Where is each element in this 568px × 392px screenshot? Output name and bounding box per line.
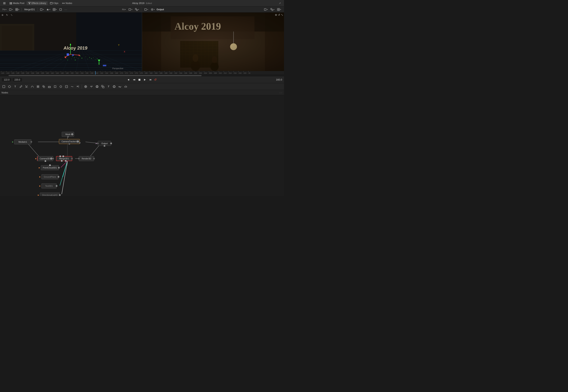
node-render3d[interactable]: Render3D (79, 156, 94, 161)
node-directionallight1[interactable]: ▶ DirectionalLight1 (40, 193, 60, 196)
tool-poly[interactable] (7, 84, 12, 89)
more-btn[interactable]: ··· (63, 8, 68, 11)
svg-rect-18 (40, 9, 42, 11)
tool-text[interactable]: T (13, 84, 18, 89)
tool-select[interactable] (1, 84, 6, 89)
svg-point-61 (68, 56, 69, 56)
second-toolbar: 7% ▾ ▾ ▾ Merge3D1 ▾ ▾ (0, 6, 284, 13)
icon-btn-4[interactable] (58, 8, 63, 11)
node-groundplane[interactable]: ▶ GroundPlane (42, 174, 58, 179)
svg-marker-234 (150, 79, 151, 81)
view-icon-btn2[interactable]: ▾ (134, 8, 140, 11)
svg-marker-237 (8, 85, 11, 88)
icon-btn-1[interactable]: ▾ (39, 8, 45, 11)
tool-particle[interactable] (24, 84, 29, 89)
right-toolbar: ▾ ▾ Output ▾ ▾ ▾ (141, 6, 284, 12)
svg-rect-59 (2, 26, 32, 51)
tool-composite[interactable] (100, 84, 105, 89)
scrollbar-thumb[interactable] (9, 75, 202, 76)
svg-text:134: 134 (31, 72, 34, 74)
svg-point-240 (26, 86, 27, 87)
tool-paint[interactable] (35, 84, 41, 89)
node-text3d1[interactable]: ▶ Text3D1 (42, 183, 57, 188)
tool-eraser[interactable] (47, 84, 52, 89)
svg-text:122: 122 (1, 72, 4, 74)
play-btn[interactable] (142, 77, 147, 82)
tool-stabilize[interactable] (89, 84, 94, 89)
svg-point-68 (74, 57, 75, 58)
tool-text3d[interactable]: T (106, 84, 111, 89)
right-view3[interactable]: ▾ (276, 8, 282, 11)
right-viewer-crosshair[interactable]: ⊕ (275, 13, 277, 16)
svg-rect-248 (54, 86, 56, 87)
tool-tracker[interactable] (83, 84, 88, 89)
icon-btn-3[interactable]: ▾ (52, 8, 58, 11)
expand-icon[interactable]: ↗ (277, 1, 283, 5)
tool-cloud[interactable] (123, 84, 128, 89)
tool-transform[interactable] (58, 84, 63, 89)
right-viewer-reset[interactable]: ↺ (278, 13, 280, 16)
tool-fog[interactable] (117, 84, 123, 89)
svg-point-241 (27, 87, 28, 87)
node-merge3d1[interactable]: Merge3D1 (56, 156, 72, 161)
tool-3d-obj[interactable] (94, 84, 100, 89)
stop-btn[interactable] (137, 77, 142, 82)
node-pointcloud3d1[interactable]: ▶ PointCloud3D1 (41, 165, 59, 170)
ruler-marks-container: 122 124 126 128 130 132 134 136 138 140 … (0, 71, 284, 75)
svg-text:210: 210 (219, 72, 222, 74)
loop-btn[interactable]: ↺ (153, 77, 158, 82)
clips-btn[interactable]: Clips (48, 1, 60, 5)
timeline-scrollbar (0, 75, 284, 76)
svg-text:138: 138 (41, 72, 44, 74)
zoom-display[interactable]: 7% ▾ (1, 8, 7, 11)
svg-rect-31 (272, 10, 273, 11)
tool-clone[interactable] (41, 84, 46, 89)
workspace-menu-btn[interactable] (1, 1, 7, 5)
right-icon2[interactable]: ▾ (150, 8, 156, 11)
node-output[interactable]: ▶ Output (98, 141, 111, 146)
tool-sphere[interactable] (112, 84, 117, 89)
node-mask[interactable]: Mask (62, 132, 74, 137)
go-start-btn[interactable] (127, 77, 131, 82)
node-cameratracker1[interactable]: CameraTracker1 (59, 139, 80, 144)
svg-text:218: 218 (239, 72, 241, 74)
icon-btn-2[interactable]: ▾ (45, 8, 51, 11)
left-viewer-expand-btn[interactable]: ⤡ (10, 13, 13, 17)
svg-point-79 (93, 57, 93, 58)
node-mediain1[interactable]: ▶ MediaIn1 (14, 140, 31, 144)
step-back-btn[interactable] (132, 77, 136, 82)
effects-library-btn[interactable]: Effects Library (27, 1, 47, 5)
nodes-more-btn[interactable]: ··· (279, 91, 283, 94)
fit-btn[interactable]: Fit ▾ (121, 8, 127, 11)
svg-point-268 (113, 86, 115, 87)
go-end-btn[interactable] (148, 77, 152, 82)
view-icon-btn[interactable]: ▾ (128, 8, 133, 11)
tool-pencil[interactable] (18, 84, 24, 89)
nodes-menu-btn[interactable]: Nodes (61, 1, 74, 5)
view-mode-btn[interactable]: ▾ (8, 8, 14, 11)
nodes-header: Nodes ··· (0, 90, 284, 95)
tool-spline[interactable] (30, 84, 35, 89)
right-viewer-expand[interactable]: ⤡ (281, 13, 283, 16)
svg-text:192: 192 (174, 72, 177, 74)
tool-mask[interactable] (64, 84, 69, 89)
left-viewer-orbit-btn[interactable]: ↻ (5, 13, 9, 17)
right-icon1[interactable]: ▾ (143, 8, 149, 11)
media-pool-btn[interactable]: Media Pool (8, 1, 26, 5)
svg-point-249 (60, 86, 62, 87)
svg-text:Alcoy 2019: Alcoy 2019 (63, 45, 87, 51)
svg-text:152: 152 (76, 72, 78, 74)
tool-warp2[interactable] (75, 84, 81, 89)
tool-crop[interactable] (52, 84, 58, 89)
toolbar-divider-1 (21, 8, 22, 11)
tool-warp[interactable] (70, 84, 75, 89)
right-view2[interactable]: ▾ (270, 8, 275, 11)
left-viewer-reset-btn[interactable]: ⊕ (1, 13, 4, 17)
svg-rect-0 (3, 2, 5, 3)
playback-controls: 122.0 220.0 ↺ 160.0 (0, 76, 284, 83)
view-mode2-btn[interactable]: ▾ (14, 8, 20, 11)
node-camera3d1[interactable]: ▶ Camera3D1 (37, 156, 53, 161)
fit-label: Fit (122, 8, 124, 11)
viewer-tools-right: Fit ▾ ▾ ▾ (121, 8, 140, 11)
right-view1[interactable]: ▾ (263, 8, 269, 11)
